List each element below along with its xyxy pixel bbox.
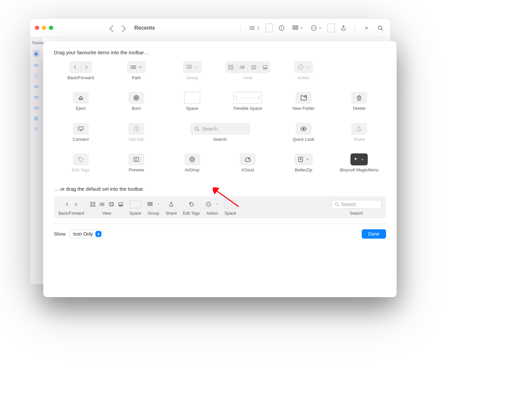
toolbar-item-search[interactable]: Search Search [195, 123, 245, 142]
toolbar-item-space[interactable]: Space [167, 92, 217, 111]
chevron-down-icon [215, 203, 218, 206]
airdrop-icon [184, 153, 200, 165]
sidebar-icon [128, 153, 144, 165]
icloud-icon [240, 153, 256, 165]
item-label: View [243, 75, 252, 81]
chevron-right-icon [81, 61, 92, 73]
default-label: Search [350, 211, 363, 216]
group-button[interactable] [290, 23, 306, 33]
view-gallery-icon [259, 61, 270, 73]
view-grid-icon [225, 61, 236, 73]
eye-icon [296, 123, 312, 135]
toolbar-item-airdrop[interactable]: AirDrop [167, 153, 217, 173]
view-columns-icon [109, 202, 114, 207]
toolbar-item-share[interactable]: Share [334, 123, 384, 142]
item-label: Back/Forward [67, 75, 94, 81]
search-field: Search [190, 123, 250, 135]
toolbar-item-back-forward[interactable]: Back/Forward [56, 61, 106, 81]
toolbar-item-path[interactable]: Path [111, 61, 161, 81]
search-button[interactable] [375, 23, 386, 33]
toolbar-item-view[interactable]: View [223, 61, 273, 81]
done-button[interactable]: Done [362, 229, 386, 239]
default-action: Action [206, 200, 218, 216]
toolbar-item-new-folder[interactable]: New Folder [279, 92, 329, 111]
toolbar-item-eject[interactable]: Eject [56, 92, 106, 111]
tag-icon [189, 202, 194, 207]
trash-icon [351, 92, 367, 104]
toolbar-item-icloud[interactable]: iCloud [223, 153, 273, 173]
toolbar-space-2 [328, 24, 335, 32]
show-label: Show [54, 231, 66, 237]
toolbar-item-group[interactable]: Group [167, 61, 217, 81]
toolbar-item-betterzip[interactable]: BetterZip [279, 153, 329, 173]
default-label: Group [148, 211, 159, 216]
sidebar-item-6[interactable]: ◎ [34, 115, 38, 121]
default-toolbar-set[interactable]: Back/Forward View Space Group [54, 196, 386, 218]
item-label: BetterZip [295, 167, 312, 173]
item-label: Edit Tags [72, 167, 89, 173]
search-icon [194, 126, 200, 131]
overflow-button[interactable]: » [361, 23, 372, 33]
toolbar-item-delete[interactable]: Delete [334, 92, 384, 111]
chevron-right-icon [73, 202, 78, 207]
space-icon [130, 200, 141, 208]
show-mode-value: Icon Only [73, 231, 93, 237]
item-label: Flexible Space [234, 106, 262, 111]
view-list-toggle[interactable] [247, 23, 262, 33]
toolbar-item-edit-tags[interactable]: Edit Tags [56, 153, 106, 173]
share-icon [351, 123, 367, 135]
default-label: Edit Tags [183, 211, 200, 216]
forward-button[interactable] [118, 23, 129, 33]
action-button[interactable] [309, 23, 324, 33]
updown-icon [95, 231, 101, 237]
default-edit-tags: Edit Tags [183, 200, 200, 216]
search-placeholder: Search [202, 126, 218, 131]
zoom-window-button[interactable] [49, 26, 53, 30]
sidebar-item-5[interactable]: ▭ [34, 104, 39, 110]
tag-icon [73, 153, 89, 165]
sidebar-item-recents[interactable]: ◉ [33, 50, 40, 57]
search-placeholder: Search [341, 202, 356, 207]
view-list-icon [236, 61, 248, 73]
sidebar-item-1[interactable]: ▭ [34, 62, 39, 68]
toolbar-item-action[interactable]: Action [279, 61, 329, 81]
toolbar-item-connect[interactable]: Connect [56, 123, 106, 142]
item-label: Eject [76, 106, 85, 111]
sidebar-item-4[interactable]: ▭ [34, 94, 39, 100]
back-button[interactable] [106, 23, 117, 33]
show-mode-select[interactable]: Icon Only [69, 230, 103, 238]
group-icon [147, 202, 153, 207]
minimize-window-button[interactable] [42, 26, 46, 30]
default-space-1: Space [129, 200, 141, 216]
item-label: Share [353, 137, 365, 142]
toolbar-item-flexible-space[interactable]: Flexible Space [223, 92, 273, 111]
share-button[interactable] [338, 23, 349, 33]
item-label: Group [186, 75, 198, 81]
default-label: View [102, 211, 111, 216]
toolbar-item-preview[interactable]: Preview [111, 153, 161, 173]
sidebar-item-3[interactable]: ▭ [34, 83, 39, 89]
item-label: iCloud [242, 167, 254, 173]
default-view: View [90, 200, 123, 216]
window-traffic-lights[interactable] [35, 26, 53, 30]
default-back-forward: Back/Forward [59, 200, 84, 216]
share-icon [169, 202, 174, 207]
customize-toolbar-sheet: Drag your favourite items into the toolb… [43, 41, 397, 297]
action-icon [294, 61, 313, 73]
sidebar-item-2[interactable]: ◌ [34, 73, 38, 79]
default-share: Share [166, 200, 177, 216]
finder-sidebar: Favourites ◉ ▭ ◌ ▭ ▭ ▭ ◎ ⌂ [30, 37, 42, 284]
sheet-prompt: Drag your favourite items into the toolb… [54, 50, 386, 55]
toolbar-item-quick-look[interactable]: Quick Look [279, 123, 329, 142]
default-label: Action [206, 211, 218, 216]
toolbar-item-iboysoft[interactable]: iBoysoft MagicMenu [334, 153, 384, 173]
sidebar-item-7[interactable]: ⌂ [35, 126, 38, 131]
get-info-button[interactable] [276, 23, 287, 33]
toolbar-item-burn[interactable]: Burn [111, 92, 161, 111]
default-space-2: Space [224, 200, 236, 216]
close-window-button[interactable] [35, 26, 39, 30]
item-label: AirDrop [185, 167, 200, 173]
chevron-left-icon [65, 202, 69, 207]
toolbar-item-get-info[interactable]: Get Info [111, 123, 161, 142]
default-label: Space [129, 211, 141, 216]
